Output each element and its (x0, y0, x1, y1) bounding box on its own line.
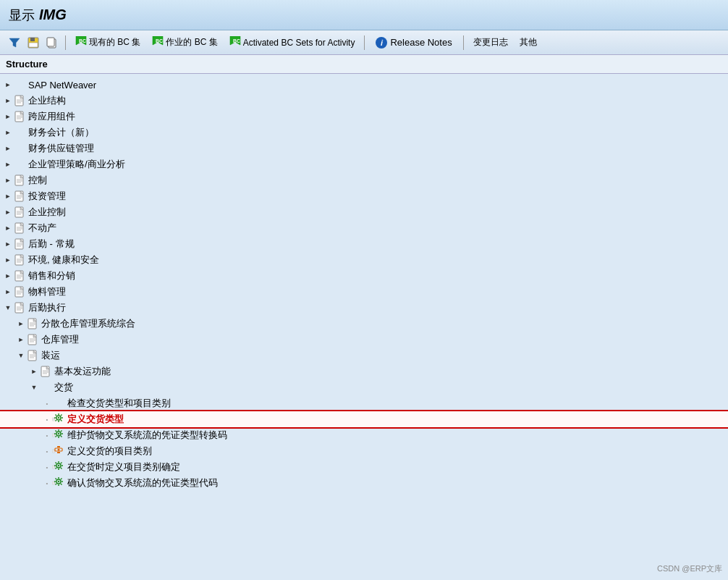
tree-area[interactable]: ►SAP NetWeaver► 企业结构► 跨应用组件►财务会计（新）►财务供应… (0, 74, 728, 580)
doc-gear-icon (52, 477, 65, 489)
changelog-button[interactable]: 变更日志 (468, 34, 513, 51)
existing-bc-icon: BC (75, 36, 87, 49)
tree-item[interactable]: ► 仓库管理 (0, 332, 728, 348)
other-label: 其他 (520, 36, 537, 49)
tree-item[interactable]: • 定义交货类型 (0, 411, 728, 427)
doc-gear-icon (52, 461, 65, 473)
svg-point-108 (58, 432, 59, 434)
expand-arrow[interactable]: ► (3, 223, 13, 233)
expand-arrow[interactable]: ► (3, 191, 13, 201)
expand-arrow[interactable]: ► (3, 239, 13, 249)
tree-item[interactable]: ► 企业控制 (0, 204, 728, 220)
tree-label: 企业控制 (28, 206, 66, 219)
expand-arrow[interactable]: ► (3, 255, 13, 265)
svg-point-123 (58, 448, 60, 450)
expand-arrow[interactable]: ▼ (16, 350, 26, 361)
doc-icon (13, 190, 26, 202)
title-main: IMG (39, 7, 67, 23)
existing-bc-button[interactable]: BC 现有的 BC 集 (70, 34, 145, 51)
tree-item[interactable]: •检查交货类型和项目类别 (0, 395, 728, 411)
expand-arrow[interactable]: • (42, 398, 52, 408)
tree-label: 企业结构 (28, 94, 66, 107)
svg-line-138 (61, 468, 62, 469)
toolbar-separator-2 (364, 35, 365, 50)
tree-item[interactable]: ▼ 装运 (0, 348, 728, 363)
tree-label: 分散仓库管理系统综合 (41, 317, 135, 330)
filter-icon (8, 36, 21, 49)
expand-arrow[interactable]: • (42, 462, 52, 472)
tree-item[interactable]: • 维护货物交叉系统流的凭证类型转换码 (0, 427, 728, 443)
tree-item[interactable]: ► 分散仓库管理系统综合 (0, 316, 728, 332)
copy-icon-btn[interactable] (43, 34, 61, 51)
expand-arrow[interactable]: • (42, 446, 52, 456)
tree-item[interactable]: ► 物料管理 (0, 284, 728, 300)
expand-arrow[interactable]: ► (3, 159, 13, 169)
activated-bc-button[interactable]: BC Activated BC Sets for Activity (224, 34, 360, 51)
expand-arrow[interactable]: ► (3, 271, 13, 281)
expand-arrow[interactable]: ► (3, 207, 13, 217)
expand-arrow[interactable]: ► (3, 287, 13, 297)
tree-label: 企业管理策略/商业分析 (28, 158, 125, 171)
other-button[interactable]: 其他 (515, 34, 542, 51)
structure-label: Structure (6, 59, 48, 70)
tree-label: 定义交货类型 (67, 413, 124, 426)
doc-icon (26, 350, 39, 361)
tree-item[interactable]: ► 环境, 健康和安全 (0, 252, 728, 268)
tree-item[interactable]: ▼ 后勤执行 (0, 300, 728, 316)
tree-item[interactable]: ► 不动产 (0, 220, 728, 236)
tree-item[interactable]: ▼交货 (0, 379, 728, 395)
svg-point-93 (58, 416, 59, 418)
expand-arrow[interactable]: ► (3, 175, 13, 185)
svg-line-137 (56, 462, 57, 463)
expand-arrow[interactable]: ► (3, 127, 13, 138)
tree-item[interactable]: • 在交货时定义项目类别确定 (0, 459, 728, 475)
tree-item[interactable]: ►企业管理策略/商业分析 (0, 156, 728, 172)
tree-label: 装运 (41, 349, 60, 362)
expand-arrow[interactable]: ▼ (29, 382, 39, 392)
svg-marker-0 (9, 38, 20, 47)
tree-item[interactable]: • 确认货物交叉系统流的凭证类型代码 (0, 475, 728, 491)
tree-item[interactable]: ►SAP NetWeaver (0, 77, 728, 93)
svg-rect-2 (30, 38, 35, 41)
expand-arrow[interactable]: ► (3, 112, 13, 122)
tree-item[interactable]: ► 基本发运功能 (0, 363, 728, 379)
expand-arrow[interactable]: ► (29, 366, 39, 377)
tree-item[interactable]: ►财务供应链管理 (0, 140, 728, 156)
tree-item[interactable]: ► 投资管理 (0, 188, 728, 204)
tree-item[interactable]: ► 企业结构 (0, 93, 728, 109)
save-icon-btn[interactable] (25, 34, 42, 51)
expand-arrow[interactable]: • (42, 430, 52, 440)
svg-text:BC: BC (233, 38, 240, 43)
svg-text:BC: BC (79, 38, 86, 43)
svg-line-155 (56, 484, 57, 485)
release-notes-button[interactable]: i Release Notes (369, 35, 458, 51)
tree-label: 销售和分销 (28, 269, 75, 282)
save-icon (27, 36, 40, 49)
expand-arrow[interactable]: ► (16, 319, 26, 329)
expand-arrow[interactable]: • (42, 414, 52, 424)
tree-label: SAP NetWeaver (28, 80, 96, 91)
svg-line-114 (61, 436, 62, 437)
tree-item[interactable]: • 定义交货的项目类别 (0, 443, 728, 459)
tree-label: 物料管理 (28, 285, 66, 298)
expand-arrow[interactable]: ► (3, 80, 13, 90)
expand-arrow[interactable]: ► (3, 96, 13, 106)
tree-item[interactable]: ► 后勤 - 常规 (0, 236, 728, 252)
doc-icon (26, 334, 39, 345)
tree-item[interactable]: ► 控制 (0, 172, 728, 188)
expand-arrow[interactable]: ▼ (3, 303, 13, 313)
filter-icon-btn[interactable] (6, 34, 23, 51)
tree-item[interactable]: ►财务会计（新） (0, 125, 728, 140)
tree-item[interactable]: ► 跨应用组件 (0, 109, 728, 125)
copy-icon (46, 36, 59, 49)
svg-line-101 (56, 420, 57, 421)
svg-line-116 (56, 436, 57, 437)
tree-label: 交货 (54, 381, 73, 394)
no-icon (52, 398, 65, 409)
doc-icon (13, 238, 26, 250)
expand-arrow[interactable]: ► (3, 143, 13, 154)
tree-item[interactable]: ► 销售和分销 (0, 268, 728, 284)
work-bc-button[interactable]: BC 作业的 BC 集 (147, 34, 222, 51)
expand-arrow[interactable]: ► (16, 335, 26, 345)
expand-arrow[interactable]: • (42, 478, 52, 488)
